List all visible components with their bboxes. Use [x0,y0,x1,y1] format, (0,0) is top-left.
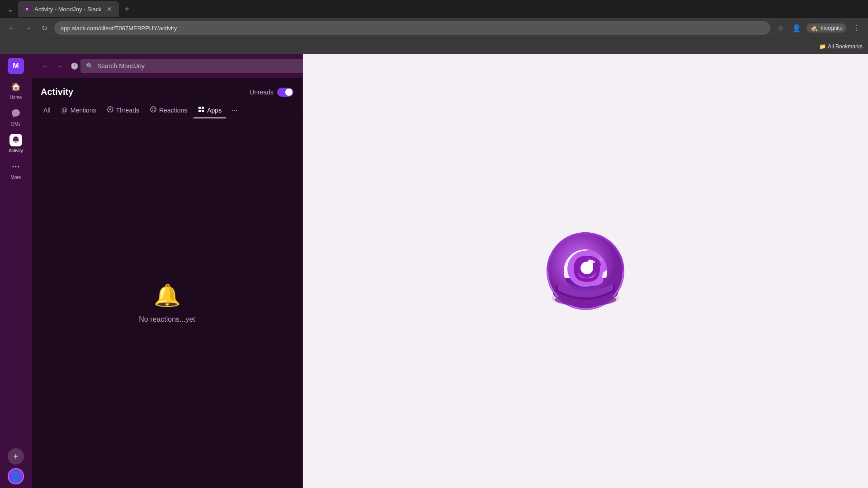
search-placeholder: Search MoodJoy [97,62,145,70]
activity-panel: ← → 🕐 🔍 Search MoodJoy ? Activity Unread… [32,54,303,488]
svg-point-7 [154,108,155,109]
tab-mentions[interactable]: @ Mentions [57,103,101,118]
svg-rect-8 [198,107,201,109]
sidebar-more-label: More [11,175,21,180]
nav-back-button[interactable]: ← [39,60,52,72]
activity-title: Activity [41,87,73,97]
sidebar-item-home[interactable]: 🏠 Home [3,78,28,103]
svg-rect-9 [202,107,204,109]
activity-icon [9,134,22,146]
activity-header: Activity Unreads [32,78,302,97]
workspace-avatar[interactable]: M [8,58,24,74]
no-reactions-text: No reactions...yet [139,315,195,324]
tab-close-button[interactable]: ✕ [105,5,113,13]
incognito-icon: 🕵 [810,24,818,32]
tab-more-button[interactable]: ··· [228,103,241,118]
profile-button[interactable]: 👤 [790,22,803,34]
tab-all-label: All [43,107,51,114]
threads-icon [107,106,113,114]
topbar-nav: ← → 🕐 [39,60,80,72]
sidebar-item-more[interactable]: More [3,158,28,183]
sidebar-item-activity[interactable]: Activity [3,131,28,156]
reactions-icon [150,106,156,114]
sidebar-home-label: Home [10,95,22,100]
activity-tabs: All @ Mentions Threads [32,97,302,118]
tab-reactions-label: Reactions [159,107,187,114]
browser-chrome: ⌄ S Activity - MoodJoy - Slack ✕ + ← → ↻… [0,0,868,54]
moodjoy-logo [536,221,635,321]
nav-forward-button[interactable]: → [53,60,66,72]
unreads-toggle[interactable]: Unreads [250,88,293,97]
all-bookmarks-link[interactable]: 📁 All Bookmarks [819,43,863,50]
bookmarks-icon: 📁 [819,43,826,50]
browser-actions: ☆ 👤 🕵 Incognito ⋮ [774,22,863,34]
sidebar-dms-label: DMs [11,122,21,127]
toggle-knob [285,89,292,96]
home-icon: 🏠 [9,80,22,93]
tab-threads-label: Threads [116,107,139,114]
bookmarks-label: All Bookmarks [828,43,863,50]
main-panel: ← → 🕐 🔍 Search MoodJoy ? Activity Unread… [32,54,868,488]
add-workspace-button[interactable]: + [8,448,24,465]
incognito-badge[interactable]: 🕵 Incognito [807,23,846,33]
refresh-button[interactable]: ↻ [38,22,51,34]
bookmark-button[interactable]: ☆ [774,22,787,34]
slack-favicon: S [24,6,30,12]
svg-point-1 [15,166,17,168]
tab-apps-label: Apps [207,107,222,114]
user-avatar[interactable]: 👤 [8,468,24,484]
unreads-label: Unreads [250,89,274,96]
svg-point-6 [152,108,153,109]
forward-button[interactable]: → [22,22,34,34]
sidebar-item-dms[interactable]: DMs [3,104,28,129]
unreads-switch[interactable] [277,88,293,97]
tab-all[interactable]: All [39,103,55,118]
dms-icon [9,107,22,120]
sidebar-activity-label: Activity [9,148,23,153]
svg-point-5 [151,107,156,112]
browser-tab-active[interactable]: S Activity - MoodJoy - Slack ✕ [18,1,119,17]
bookmarks-bar: 📁 All Bookmarks [0,38,868,54]
more-icon [9,160,22,173]
svg-point-2 [18,166,19,168]
svg-rect-10 [198,110,201,112]
svg-rect-11 [202,110,204,112]
tab-reactions[interactable]: Reactions [146,103,192,118]
tab-dropdown[interactable]: ⌄ [4,3,16,15]
right-panel [303,54,868,488]
svg-point-4 [109,108,111,110]
slack-app: M 🏠 Home DMs Activity [0,54,868,488]
moodjoy-logo-svg [540,226,631,316]
tab-mentions-label: Mentions [71,107,96,114]
sidebar: M 🏠 Home DMs Activity [0,54,32,488]
back-button[interactable]: ← [5,22,18,34]
browser-toolbar: ← → ↻ app.slack.com/client/T067MEBPPUY/a… [0,18,868,38]
incognito-label: Incognito [821,25,843,31]
slack-topbar: ← → 🕐 🔍 Search MoodJoy ? [32,54,302,78]
tab-favicon: S [24,5,31,13]
url-text: app.slack.com/client/T067MEBPPUY/activit… [61,25,177,32]
no-reactions-icon: 🔔 [154,283,181,308]
new-tab-button[interactable]: + [121,3,133,15]
search-icon: 🔍 [86,62,94,70]
tab-apps[interactable]: Apps [193,103,226,118]
menu-button[interactable]: ⋮ [850,22,863,34]
browser-tabs: ⌄ S Activity - MoodJoy - Slack ✕ + [0,0,868,18]
tab-threads[interactable]: Threads [103,103,144,118]
nav-history-button[interactable]: 🕐 [68,60,80,72]
address-bar[interactable]: app.slack.com/client/T067MEBPPUY/activit… [54,21,770,35]
mentions-icon: @ [61,107,68,114]
svg-point-0 [13,166,14,168]
tab-title: Activity - MoodJoy - Slack [34,6,102,13]
activity-content: 🔔 No reactions...yet [32,118,302,488]
apps-icon [198,106,204,114]
